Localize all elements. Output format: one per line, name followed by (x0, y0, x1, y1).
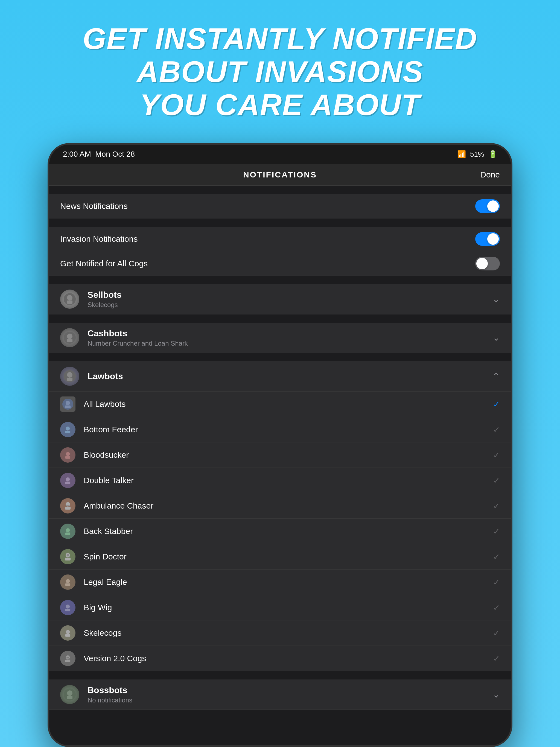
lawbots-category[interactable]: Lawbots ⌃ (49, 361, 511, 391)
bottom-feeder-check: ✓ (493, 425, 500, 435)
double-talker-check: ✓ (493, 476, 500, 485)
bottom-feeder-item[interactable]: Bottom Feeder ✓ (49, 417, 511, 442)
cashbots-sub: Number Cruncher and Loan Shark (87, 340, 492, 347)
legal-eagle-check: ✓ (493, 577, 500, 587)
double-talker-label: Double Talker (84, 476, 493, 485)
news-notifications-toggle[interactable] (475, 199, 500, 213)
get-notified-all-row: Get Notified for All Cogs (49, 251, 511, 276)
version2-label: Version 2.0 Cogs (84, 654, 493, 663)
lawbots-name: Lawbots (87, 371, 492, 381)
svg-rect-34 (65, 584, 70, 586)
svg-point-31 (67, 554, 69, 557)
back-stabber-label: Back Stabber (84, 526, 493, 536)
sellbots-sub: Skelecogs (87, 301, 492, 309)
device-frame: 2:00 AM Mon Oct 28 📶 51% 🔋 NOTIFICATIONS… (48, 143, 512, 747)
bossbots-category[interactable]: Bossbots No notifications ⌄ (49, 679, 511, 710)
svg-rect-27 (65, 533, 70, 535)
bossbots-name: Bossbots (87, 685, 492, 695)
battery-text: 51% (470, 150, 484, 159)
spin-doctor-check: ✓ (493, 552, 500, 562)
svg-rect-24 (66, 505, 70, 506)
svg-rect-37 (65, 609, 70, 611)
svg-point-4 (67, 334, 73, 339)
nav-bar: NOTIFICATIONS Done (49, 164, 511, 186)
ambulance-chaser-item[interactable]: Ambulance Chaser ✓ (49, 493, 511, 519)
sellbots-name: Sellbots (87, 290, 492, 300)
lawbots-info: Lawbots (87, 371, 492, 381)
cashbots-info: Cashbots Number Cruncher and Loan Shark (87, 328, 492, 347)
all-lawbots-item[interactable]: All Lawbots ✓ (49, 391, 511, 417)
invasion-notifications-toggle[interactable] (475, 232, 500, 246)
double-talker-item[interactable]: Double Talker ✓ (49, 468, 511, 493)
svg-rect-30 (65, 558, 71, 561)
cashbots-category[interactable]: Cashbots Number Cruncher and Loan Shark … (49, 323, 511, 353)
bossbots-sub: No notifications (87, 696, 492, 704)
skelecogs-item[interactable]: Skelecogs ✓ (49, 620, 511, 646)
news-notifications-row: News Notifications (49, 194, 511, 218)
big-wig-label: Big Wig (84, 603, 493, 612)
bottom-feeder-label: Bottom Feeder (84, 425, 493, 434)
scroll-content[interactable]: News Notifications Invasion Notification… (49, 186, 511, 747)
all-lawbots-icon (60, 396, 75, 412)
back-stabber-check: ✓ (493, 526, 500, 536)
svg-rect-14 (65, 431, 70, 433)
get-notified-all-label: Get Notified for All Cogs (60, 259, 148, 268)
sellbots-icon (60, 289, 79, 309)
status-bar: 2:00 AM Mon Oct 28 📶 51% 🔋 (49, 145, 511, 164)
ambulance-chaser-check: ✓ (493, 501, 500, 511)
svg-point-26 (66, 528, 70, 532)
invasion-notifications-label: Invasion Notifications (60, 234, 137, 243)
svg-rect-5 (67, 339, 73, 342)
svg-point-47 (67, 690, 73, 696)
lawbots-icon (60, 367, 79, 386)
bloodsucker-item[interactable]: Bloodsucker ✓ (49, 442, 511, 468)
svg-point-33 (66, 579, 70, 583)
svg-rect-40 (65, 634, 70, 637)
back-stabber-item[interactable]: Back Stabber ✓ (49, 519, 511, 544)
cashbots-chevron: ⌄ (492, 333, 500, 343)
legal-eagle-label: Legal Eagle (84, 577, 493, 587)
wifi-icon: 📶 (457, 150, 466, 159)
hero-section: GET INSTANTLY NOTIFIED ABOUT INVASIONS Y… (61, 0, 499, 121)
svg-rect-48 (67, 696, 73, 699)
status-right: 📶 51% 🔋 (457, 150, 497, 159)
legal-eagle-item[interactable]: Legal Eagle ✓ (49, 570, 511, 595)
bloodsucker-label: Bloodsucker (84, 450, 493, 460)
svg-text:2.0: 2.0 (67, 656, 69, 659)
version2-icon: 2.0 (60, 651, 75, 666)
big-wig-icon (60, 600, 75, 615)
svg-rect-23 (65, 507, 71, 510)
big-wig-check: ✓ (493, 603, 500, 613)
cashbots-name: Cashbots (87, 328, 492, 338)
spin-doctor-item[interactable]: Spin Doctor ✓ (49, 544, 511, 570)
bossbots-chevron: ⌄ (492, 689, 500, 700)
double-talker-icon (60, 473, 75, 488)
skelecogs-icon (60, 625, 75, 641)
version2-item[interactable]: 2.0 Version 2.0 Cogs ✓ (49, 646, 511, 671)
svg-point-1 (67, 295, 73, 301)
all-lawbots-check: ✓ (493, 400, 500, 409)
ambulance-chaser-label: Ambulance Chaser (84, 501, 493, 511)
svg-rect-20 (65, 482, 70, 484)
bossbots-icon (60, 685, 79, 704)
get-notified-all-toggle[interactable] (475, 257, 500, 271)
sellbots-chevron: ⌄ (492, 294, 500, 304)
back-stabber-icon (60, 524, 75, 539)
svg-point-36 (66, 604, 70, 609)
legal-eagle-icon (60, 574, 75, 590)
news-notifications-label: News Notifications (60, 202, 128, 211)
svg-rect-2 (67, 301, 73, 304)
bossbots-info: Bossbots No notifications (87, 685, 492, 704)
spin-doctor-icon (60, 549, 75, 564)
sellbots-category[interactable]: Sellbots Skelecogs ⌄ (49, 284, 511, 314)
big-wig-item[interactable]: Big Wig ✓ (49, 595, 511, 620)
nav-title: NOTIFICATIONS (243, 170, 317, 179)
bottom-feeder-icon (60, 422, 75, 437)
svg-rect-11 (65, 406, 71, 408)
bloodsucker-icon (60, 447, 75, 463)
hero-title: GET INSTANTLY NOTIFIED ABOUT INVASIONS Y… (61, 22, 499, 121)
bloodsucker-check: ✓ (493, 450, 500, 460)
svg-point-19 (66, 478, 70, 482)
cashbots-icon (60, 328, 79, 347)
done-button[interactable]: Done (480, 170, 500, 179)
